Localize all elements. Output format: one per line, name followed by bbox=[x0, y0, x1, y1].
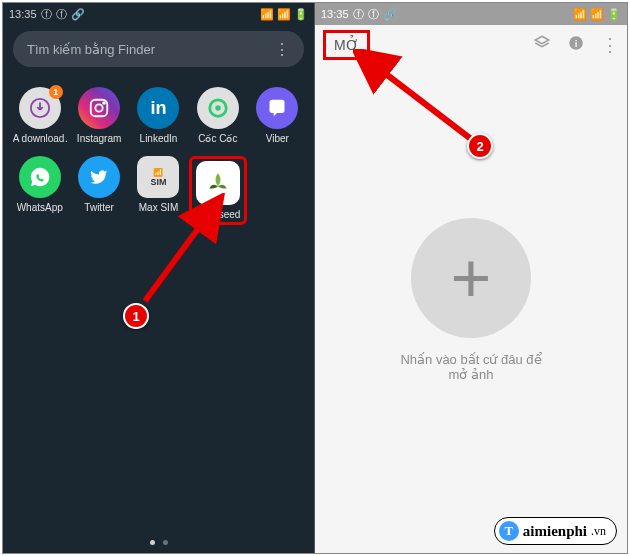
app-grid: 1 A download… Instagram in LinkedIn Cốc … bbox=[3, 73, 314, 225]
search-placeholder: Tìm kiếm bằng Finder bbox=[27, 42, 155, 57]
link-icon: 🔗 bbox=[383, 8, 397, 21]
app-label: Viber bbox=[266, 133, 289, 144]
open-image-area[interactable]: + Nhấn vào bất cứ đâu để mở ảnh bbox=[393, 218, 549, 382]
dot-active bbox=[150, 540, 155, 545]
app-label: Instagram bbox=[77, 133, 121, 144]
watermark-logo: T bbox=[499, 521, 519, 541]
facebook-icon: ⓕ bbox=[353, 7, 364, 22]
app-instagram[interactable]: Instagram bbox=[70, 87, 127, 144]
app-label: Max SIM bbox=[139, 202, 178, 213]
facebook-icon: ⓕ bbox=[56, 7, 67, 22]
facebook-icon: ⓕ bbox=[368, 7, 379, 22]
dot bbox=[163, 540, 168, 545]
watermark-ext: .vn bbox=[591, 524, 606, 539]
app-snapseed[interactable]: Snapseed bbox=[189, 156, 246, 225]
app-label: A download… bbox=[13, 133, 67, 144]
open-hint-text: Nhấn vào bất cứ đâu để mở ảnh bbox=[393, 352, 549, 382]
more-icon[interactable]: ⋮ bbox=[601, 34, 619, 56]
page-indicator bbox=[150, 540, 168, 545]
app-linkedin[interactable]: in LinkedIn bbox=[130, 87, 187, 144]
watermark-site: aimienphi bbox=[523, 523, 587, 540]
download-icon: 1 bbox=[19, 87, 61, 129]
status-bar: 13:35 ⓕ ⓕ 🔗 📶 📶 🔋 bbox=[315, 3, 627, 25]
app-adownloader[interactable]: 1 A download… bbox=[11, 87, 68, 144]
plus-icon: + bbox=[411, 218, 531, 338]
status-icons: 📶 📶 🔋 bbox=[260, 8, 308, 21]
status-time: 13:35 bbox=[321, 8, 349, 20]
maxsim-icon: 📶 SIM bbox=[137, 156, 179, 198]
app-viber[interactable]: Viber bbox=[249, 87, 306, 144]
linkedin-icon: in bbox=[137, 87, 179, 129]
status-icons: 📶 📶 🔋 bbox=[573, 8, 621, 21]
snapseed-toolbar: MỞ i ⋮ bbox=[315, 25, 627, 65]
open-button[interactable]: MỞ bbox=[323, 30, 370, 60]
app-maxsim[interactable]: 📶 SIM Max SIM bbox=[130, 156, 187, 225]
search-more-icon[interactable]: ⋮ bbox=[274, 40, 290, 59]
app-drawer-screen: 13:35 ⓕ ⓕ 🔗 📶 📶 🔋 Tìm kiếm bằng Finder ⋮… bbox=[3, 3, 315, 553]
app-twitter[interactable]: Twitter bbox=[70, 156, 127, 225]
info-icon[interactable]: i bbox=[567, 34, 585, 56]
notification-badge: 1 bbox=[49, 85, 63, 99]
app-label: WhatsApp bbox=[17, 202, 63, 213]
app-label: Snapseed bbox=[195, 209, 240, 220]
step-badge-2: 2 bbox=[467, 133, 493, 159]
watermark: T aimienphi .vn bbox=[494, 517, 617, 545]
svg-text:i: i bbox=[575, 38, 578, 49]
link-icon: 🔗 bbox=[71, 8, 85, 21]
snapseed-icon bbox=[196, 161, 240, 205]
finder-search[interactable]: Tìm kiếm bằng Finder ⋮ bbox=[13, 31, 304, 67]
svg-point-2 bbox=[95, 104, 102, 111]
facebook-icon: ⓕ bbox=[41, 7, 52, 22]
app-label: Cốc Cốc bbox=[198, 133, 237, 144]
snapseed-open-screen: 13:35 ⓕ ⓕ 🔗 📶 📶 🔋 MỞ i ⋮ + bbox=[315, 3, 627, 553]
twitter-icon bbox=[78, 156, 120, 198]
app-coccoc[interactable]: Cốc Cốc bbox=[189, 87, 246, 144]
svg-point-3 bbox=[103, 102, 105, 104]
app-whatsapp[interactable]: WhatsApp bbox=[11, 156, 68, 225]
app-label: LinkedIn bbox=[140, 133, 178, 144]
step-badge-1: 1 bbox=[123, 303, 149, 329]
status-time: 13:35 bbox=[9, 8, 37, 20]
whatsapp-icon bbox=[19, 156, 61, 198]
app-label: Twitter bbox=[84, 202, 113, 213]
svg-point-5 bbox=[215, 105, 221, 111]
layers-icon[interactable] bbox=[533, 34, 551, 56]
status-bar: 13:35 ⓕ ⓕ 🔗 📶 📶 🔋 bbox=[3, 3, 314, 25]
viber-icon bbox=[256, 87, 298, 129]
instagram-icon bbox=[78, 87, 120, 129]
svg-line-9 bbox=[369, 61, 471, 139]
coccoc-icon bbox=[197, 87, 239, 129]
